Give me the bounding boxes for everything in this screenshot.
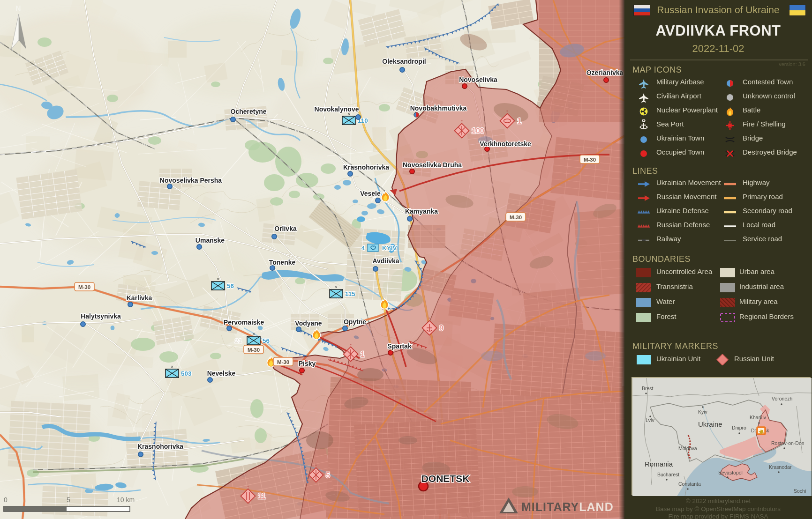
svg-text:M-30: M-30 — [78, 284, 90, 290]
svg-text:M-30: M-30 — [584, 157, 596, 163]
svg-text:100: 100 — [472, 127, 484, 135]
svg-text:Krasnodar: Krasnodar — [769, 464, 792, 470]
svg-text:Dnipro: Dnipro — [732, 425, 746, 430]
svg-text:9: 9 — [439, 324, 444, 332]
svg-text:×: × — [217, 277, 219, 282]
svg-text:Krasnohorivka: Krasnohorivka — [137, 443, 183, 450]
svg-text:Brest: Brest — [642, 386, 654, 391]
svg-text:×: × — [171, 364, 173, 369]
svg-text:Halytsynivka: Halytsynivka — [81, 312, 121, 320]
svg-text:Lviv: Lviv — [646, 417, 654, 423]
svg-text:Ocheretyne: Ocheretyne — [230, 108, 266, 115]
svg-text:Verkhnotoretske: Verkhnotoretske — [480, 140, 531, 148]
svg-text:5: 5 — [67, 496, 70, 504]
svg-text:503: 503 — [181, 370, 192, 377]
svg-text:Pisky: Pisky — [299, 360, 316, 367]
svg-text:56: 56 — [227, 282, 234, 289]
svg-text:Sochi: Sochi — [794, 488, 806, 494]
svg-text:DONETSK: DONETSK — [421, 473, 470, 484]
svg-text:Umanske: Umanske — [195, 237, 225, 244]
svg-text:Novoselivka Druha: Novoselivka Druha — [403, 161, 462, 169]
svg-text:Ozerianivka: Ozerianivka — [586, 69, 624, 76]
svg-text:Ukraine: Ukraine — [698, 420, 722, 428]
svg-text:M-30: M-30 — [510, 215, 522, 220]
svg-text:1: 1 — [517, 117, 521, 125]
svg-text:Oleksandropil: Oleksandropil — [382, 58, 426, 65]
svg-text:Vesele: Vesele — [360, 190, 381, 197]
svg-text:Krasnohorivka: Krasnohorivka — [343, 163, 389, 171]
svg-text:N: N — [15, 5, 21, 13]
svg-text:Voronezh: Voronezh — [772, 396, 793, 401]
svg-text:M-30: M-30 — [248, 347, 260, 353]
svg-text:Spartak: Spartak — [387, 342, 412, 350]
svg-text:Romania: Romania — [645, 460, 673, 468]
svg-text:21: 21 — [235, 337, 242, 344]
svg-text:1: 1 — [361, 350, 365, 358]
svg-text:Pervomaiske: Pervomaiske — [224, 319, 264, 326]
svg-text:115: 115 — [345, 290, 355, 297]
svg-text:Karlivka: Karlivka — [127, 294, 152, 302]
svg-text:10 km: 10 km — [117, 496, 135, 504]
svg-text:Novoselivka Persha: Novoselivka Persha — [160, 177, 222, 184]
svg-text:Avdiivka: Avdiivka — [372, 257, 399, 265]
svg-text:M-30: M-30 — [277, 359, 289, 365]
svg-text:5: 5 — [326, 471, 330, 479]
svg-text:Rostov-on-Don: Rostov-on-Don — [771, 440, 804, 446]
svg-text:Kharkiv: Kharkiv — [750, 415, 767, 420]
svg-text:Constanta: Constanta — [678, 481, 701, 487]
svg-text:Orlivka: Orlivka — [274, 225, 297, 232]
svg-text:Bucharest: Bucharest — [657, 472, 679, 477]
svg-text:×: × — [252, 332, 255, 336]
svg-text:Moldova: Moldova — [678, 445, 697, 451]
svg-text:Novoselivka: Novoselivka — [459, 76, 497, 83]
svg-text:0: 0 — [4, 496, 8, 504]
svg-text:56: 56 — [263, 337, 270, 344]
svg-text:Kyiv: Kyiv — [698, 409, 708, 415]
svg-text:Novobakhmutivka: Novobakhmutivka — [410, 104, 467, 112]
svg-text:MILITARYLAND: MILITARYLAND — [521, 500, 614, 513]
svg-text:Novokalynove: Novokalynove — [315, 105, 359, 113]
svg-text:KYIV: KYIV — [382, 245, 397, 252]
svg-text:×: × — [335, 285, 337, 289]
svg-text:Opytne: Opytne — [344, 318, 366, 326]
svg-text:11: 11 — [258, 492, 266, 500]
svg-text:Sevastopol: Sevastopol — [718, 470, 743, 475]
svg-text:Vodyane: Vodyane — [295, 319, 322, 327]
svg-text:Nevelske: Nevelske — [207, 370, 236, 377]
svg-text:4: 4 — [361, 245, 365, 252]
svg-text:Tonenke: Tonenke — [269, 259, 296, 266]
svg-text:Kamyanka: Kamyanka — [405, 208, 438, 215]
